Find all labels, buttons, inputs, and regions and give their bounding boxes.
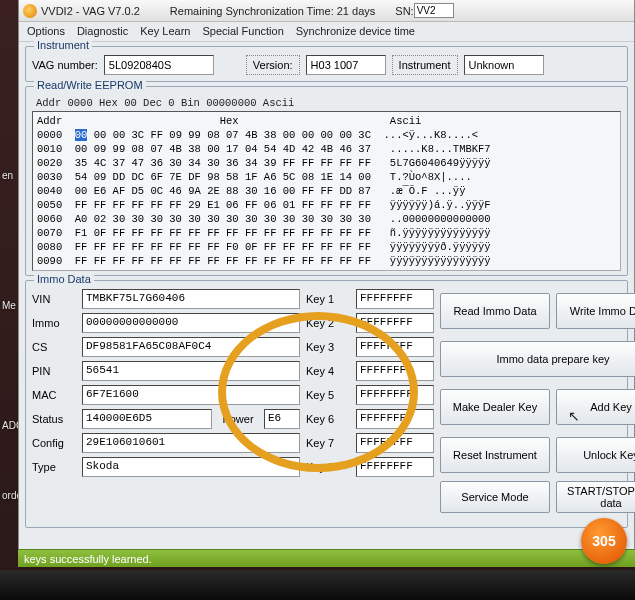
menu-special-function[interactable]: Special Function [202, 25, 283, 41]
key1-value[interactable]: FFFFFFFF [356, 289, 434, 309]
menubar: Options Diagnostic Key Learn Special Fun… [19, 22, 634, 42]
menu-sync-device-time[interactable]: Synchronize device time [296, 25, 415, 41]
desktop-label: Me [2, 300, 16, 311]
eeprom-header: Addr 0000 Hex 00 Dec 0 Bin 00000000 Asci… [32, 95, 621, 111]
key4-value[interactable]: FFFFFFFF [356, 361, 434, 381]
hex-viewer[interactable]: Addr Hex Ascii 0000 00 00 00 3C FF 09 99… [32, 111, 621, 271]
vag-number-label: VAG number: [32, 59, 98, 71]
key4-label: Key 4 [306, 365, 350, 377]
mac-value[interactable]: 6F7E1600 [82, 385, 300, 405]
immo-legend: Immo Data [34, 273, 94, 285]
desktop-label: en [2, 170, 13, 181]
key5-label: Key 5 [306, 389, 350, 401]
key1-label: Key 1 [306, 293, 350, 305]
instrument-group: Instrument VAG number: Version: Instrume… [25, 46, 628, 82]
power-label: Power [218, 413, 258, 425]
immo-group: Immo Data VIN TMBKF75L7G60406 Key 1 FFFF… [25, 280, 628, 528]
key7-value[interactable]: FFFFFFFF [356, 433, 434, 453]
instrument-type-label: Instrument [392, 55, 458, 75]
version-label: Version: [246, 55, 300, 75]
vag-number-input[interactable] [104, 55, 214, 75]
key2-label: Key 2 [306, 317, 350, 329]
sn-label: SN: [395, 5, 413, 17]
pin-label: PIN [32, 365, 76, 377]
titlebar: VVDI2 - VAG V7.0.2 Remaining Synchroniza… [19, 0, 634, 22]
key8-value[interactable]: FFFFFFFF [356, 457, 434, 477]
key6-label: Key 6 [306, 413, 350, 425]
eeprom-legend: Read/Write EEPROM [34, 79, 146, 91]
read-immo-button[interactable]: Read Immo Data [440, 293, 550, 329]
service-mode-button[interactable]: Service Mode [440, 481, 550, 513]
immo-value[interactable]: 00000000000000 [82, 313, 300, 333]
app-icon [23, 4, 37, 18]
menu-key-learn[interactable]: Key Learn [140, 25, 190, 41]
power-value[interactable]: E6 [264, 409, 300, 429]
make-dealer-key-button[interactable]: Make Dealer Key [440, 389, 550, 425]
version-value[interactable] [306, 55, 386, 75]
eeprom-group: Read/Write EEPROM Addr 0000 Hex 00 Dec 0… [25, 86, 628, 276]
key5-value[interactable]: FFFFFFFF [356, 385, 434, 405]
app-window: VVDI2 - VAG V7.0.2 Remaining Synchroniza… [18, 0, 635, 565]
immo-prepare-key-button[interactable]: Immo data prepare key [440, 341, 635, 377]
app-title: VVDI2 - VAG V7.0.2 [41, 5, 140, 17]
immo-label: Immo [32, 317, 76, 329]
key3-value[interactable]: FFFFFFFF [356, 337, 434, 357]
vin-value[interactable]: TMBKF75L7G60406 [82, 289, 300, 309]
instrument-legend: Instrument [34, 39, 92, 51]
add-key-button[interactable]: Add Key [556, 389, 635, 425]
key7-label: Key 7 [306, 437, 350, 449]
reset-instrument-button[interactable]: Reset Instrument [440, 437, 550, 473]
cs-value[interactable]: DF98581FA65C08AF0C4 [82, 337, 300, 357]
key3-label: Key 3 [306, 341, 350, 353]
write-immo-button[interactable]: Write Immo Data [556, 293, 635, 329]
taskbar[interactable] [0, 570, 635, 600]
status-text: keys successfully learned. [24, 553, 152, 565]
unlock-key-button[interactable]: Unlock Key [556, 437, 635, 473]
start-stop-key-button[interactable]: START/STOP key data [556, 481, 635, 513]
type-label: Type [32, 461, 76, 473]
status-bar: keys successfully learned. [18, 549, 635, 567]
cs-label: CS [32, 341, 76, 353]
instrument-type-value[interactable] [464, 55, 544, 75]
type-value[interactable]: Skoda [82, 457, 300, 477]
config-label: Config [32, 437, 76, 449]
sync-time-label: Remaining Synchronization Time: 21 days [170, 5, 375, 17]
watermark-logo: 305 [581, 518, 627, 564]
status-label: Status [32, 413, 76, 425]
status-value[interactable]: 140000E6D5 [82, 409, 212, 429]
key6-value[interactable]: FFFFFFFF [356, 409, 434, 429]
config-value[interactable]: 29E106010601 [82, 433, 300, 453]
key8-label: Key 8 [306, 461, 350, 473]
pin-value[interactable]: 56541 [82, 361, 300, 381]
sn-field[interactable] [414, 3, 454, 18]
key2-value[interactable]: FFFFFFFF [356, 313, 434, 333]
mac-label: MAC [32, 389, 76, 401]
vin-label: VIN [32, 293, 76, 305]
